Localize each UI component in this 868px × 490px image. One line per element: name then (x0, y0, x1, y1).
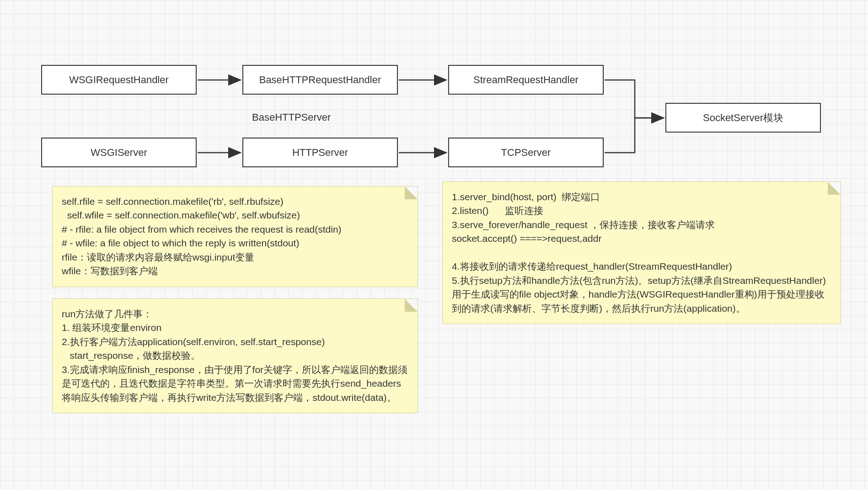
box-label: BaseHTTPRequestHandler (259, 74, 381, 86)
box-tcp-server: TCPServer (448, 138, 604, 167)
box-label: StreamRequestHandler (473, 74, 579, 86)
note-content: run方法做了几件事： 1. 组装环境变量environ 2.执行客户端方法ap… (62, 307, 408, 405)
box-wsgi-server: WSGIServer (41, 138, 197, 167)
box-wsgi-request-handler: WSGIRequestHandler (41, 65, 197, 95)
note-content: self.rfile = self.connection.makefile('r… (62, 195, 408, 278)
note-server-flow: 1.server_bind(host, port) 绑定端口 2.listen(… (442, 181, 841, 324)
box-base-http-request-handler: BaseHTTPRequestHandler (242, 65, 398, 95)
box-socket-server-module: SocketServer模块 (665, 103, 821, 133)
box-label: WSGIRequestHandler (69, 74, 169, 86)
note-content: 1.server_bind(host, port) 绑定端口 2.listen(… (452, 190, 831, 315)
label-base-http-server: BaseHTTPServer (252, 112, 331, 123)
note-file-objects: self.rfile = self.connection.makefile('r… (52, 186, 418, 287)
box-label: WSGIServer (91, 147, 147, 159)
box-http-server: HTTPServer (242, 138, 398, 167)
box-label: SocketServer模块 (703, 111, 783, 125)
box-label: TCPServer (501, 147, 551, 159)
box-stream-request-handler: StreamRequestHandler (448, 65, 604, 95)
note-run-method: run方法做了几件事： 1. 组装环境变量environ 2.执行客户端方法ap… (52, 298, 418, 413)
box-label: HTTPServer (292, 147, 348, 159)
